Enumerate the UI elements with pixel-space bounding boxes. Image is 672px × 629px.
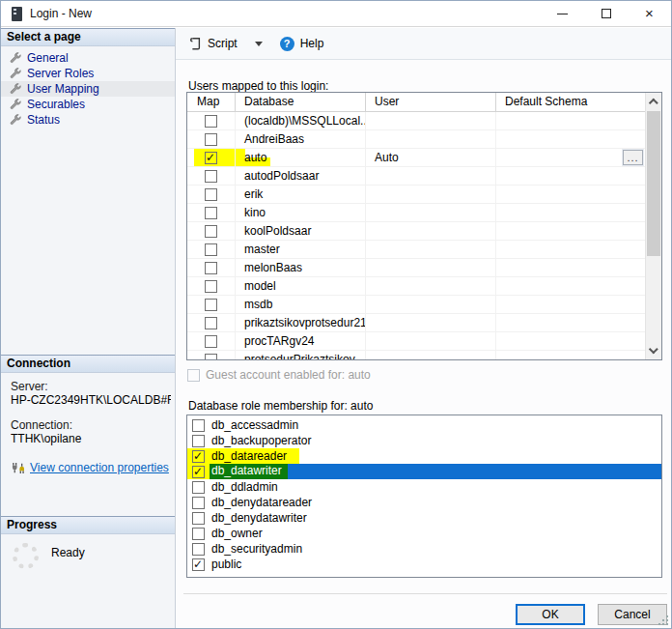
role-checkbox[interactable] — [192, 466, 205, 478]
sidebar: Select a page General Server Roles User … — [1, 28, 175, 628]
titlebar: Login - New × — [1, 1, 671, 27]
ok-button[interactable]: OK — [516, 604, 585, 625]
chevron-down-icon — [255, 42, 263, 46]
map-checkbox[interactable] — [205, 262, 217, 274]
sidebar-item-server-roles[interactable]: Server Roles — [1, 66, 175, 81]
scroll-down-button[interactable] — [646, 343, 661, 359]
table-row[interactable]: (localdb)\MSSQLLocal... — [187, 112, 645, 130]
role-checkbox[interactable] — [192, 558, 205, 571]
database-cell: AndreiBaas — [236, 130, 366, 148]
map-checkbox[interactable] — [205, 133, 217, 146]
map-checkbox[interactable] — [205, 188, 217, 201]
column-header-database[interactable]: Database — [236, 93, 366, 111]
role-item-db_ddladmin[interactable]: db_ddladmin — [187, 479, 661, 495]
user-cell — [366, 222, 496, 240]
table-row[interactable]: master — [187, 241, 645, 259]
map-checkbox[interactable] — [205, 243, 217, 256]
progress-section: Progress Ready — [1, 516, 175, 628]
role-checkbox[interactable] — [192, 528, 205, 540]
wrench-icon — [10, 114, 22, 127]
role-item-db_accessadmin[interactable]: db_accessadmin — [187, 417, 661, 433]
table-row[interactable]: auto Auto ... — [187, 149, 645, 167]
role-label: db_owner — [211, 527, 263, 541]
user-cell — [366, 277, 496, 295]
chevron-up-icon — [648, 99, 658, 108]
scroll-up-button[interactable] — [646, 93, 661, 109]
table-row[interactable]: protsedurPrikaztsikov — [187, 351, 645, 359]
browse-button[interactable]: ... — [623, 150, 643, 165]
sidebar-item-user-mapping[interactable]: User Mapping — [1, 81, 175, 97]
default-schema-cell — [496, 277, 645, 295]
role-label: public — [211, 558, 241, 572]
map-checkbox[interactable] — [205, 207, 217, 219]
role-checkbox[interactable] — [192, 450, 205, 463]
role-item-db_datareader[interactable]: db_datareader — [187, 448, 661, 464]
role-label: db_datawriter — [210, 464, 288, 479]
column-header-map[interactable]: Map — [187, 93, 236, 111]
column-header-default-schema[interactable]: Default Schema — [496, 93, 645, 111]
help-label: Help — [300, 37, 324, 50]
sidebar-item-general[interactable]: General — [1, 50, 175, 66]
table-scrollbar[interactable] — [645, 93, 661, 359]
database-cell: protsedurPrikaztsikov — [236, 351, 366, 359]
help-button[interactable]: ? Help — [276, 34, 328, 54]
table-row[interactable]: AndreiBaas — [187, 130, 645, 149]
table-row[interactable]: erik — [187, 186, 645, 204]
table-row[interactable]: model — [187, 277, 645, 296]
role-checkbox[interactable] — [192, 435, 205, 447]
map-checkbox[interactable] — [205, 152, 217, 164]
map-checkbox[interactable] — [205, 317, 217, 329]
role-item-db_owner[interactable]: db_owner — [187, 526, 661, 541]
script-button[interactable]: Script — [184, 34, 241, 53]
role-item-db_securityadmin[interactable]: db_securityadmin — [187, 541, 661, 557]
table-row[interactable]: msdb — [187, 296, 645, 314]
map-checkbox[interactable] — [205, 335, 217, 348]
role-label: db_backupoperator — [211, 434, 311, 448]
role-item-db_datawriter[interactable]: db_datawriter — [187, 464, 661, 479]
scrollbar-thumb[interactable] — [647, 111, 660, 256]
table-header: Map Database User Default Schema — [187, 93, 645, 112]
sidebar-item-status[interactable]: Status — [1, 112, 175, 128]
user-cell — [366, 204, 496, 221]
wrench-icon — [10, 52, 22, 65]
column-header-user[interactable]: User — [366, 93, 496, 111]
role-item-public[interactable]: public — [187, 557, 661, 572]
table-row[interactable]: melonBaas — [187, 259, 645, 277]
map-checkbox[interactable] — [205, 225, 217, 238]
user-cell — [366, 351, 496, 359]
view-connection-properties-link[interactable]: View connection properties — [30, 461, 169, 474]
table-row[interactable]: kino — [187, 204, 645, 222]
sidebar-item-securables[interactable]: Securables — [1, 97, 175, 112]
user-cell — [366, 241, 496, 258]
role-item-db_backupoperator[interactable]: db_backupoperator — [187, 433, 661, 448]
resize-grip[interactable] — [658, 615, 669, 626]
map-checkbox[interactable] — [205, 115, 217, 128]
default-schema-cell — [496, 351, 645, 359]
role-checkbox[interactable] — [192, 481, 205, 494]
table-row[interactable]: autodPoldsaar — [187, 167, 645, 186]
script-dropdown-button[interactable] — [245, 39, 272, 49]
role-item-db_denydatareader[interactable]: db_denydatareader — [187, 495, 661, 510]
close-button[interactable]: × — [628, 1, 671, 26]
minimize-button[interactable] — [541, 1, 584, 26]
role-checkbox[interactable] — [192, 419, 205, 432]
table-row[interactable]: prikaztsikovprotsedur213 — [187, 314, 645, 332]
role-checkbox[interactable] — [192, 497, 205, 509]
sidebar-item-label: Securables — [27, 98, 85, 111]
map-checkbox[interactable] — [205, 170, 217, 183]
role-item-db_denydatawriter[interactable]: db_denydatawriter — [187, 510, 661, 526]
main-pane: Script ? Help Users mapped to this login… — [175, 28, 671, 628]
role-checkbox[interactable] — [192, 512, 205, 525]
database-cell: melonBaas — [236, 259, 366, 276]
users-mapped-label: Users mapped to this login: — [188, 79, 328, 93]
map-checkbox[interactable] — [205, 354, 217, 360]
map-checkbox[interactable] — [205, 280, 217, 293]
default-schema-cell — [496, 241, 645, 258]
cancel-button[interactable]: Cancel — [598, 604, 667, 625]
table-row[interactable]: koolPoldsaar — [187, 222, 645, 241]
role-checkbox[interactable] — [192, 543, 205, 556]
table-row[interactable]: procTARgv24 — [187, 332, 645, 351]
database-role-list: db_accessadmin db_backupoperator db_data… — [186, 415, 662, 578]
maximize-button[interactable] — [584, 1, 628, 26]
map-checkbox[interactable] — [205, 299, 217, 311]
